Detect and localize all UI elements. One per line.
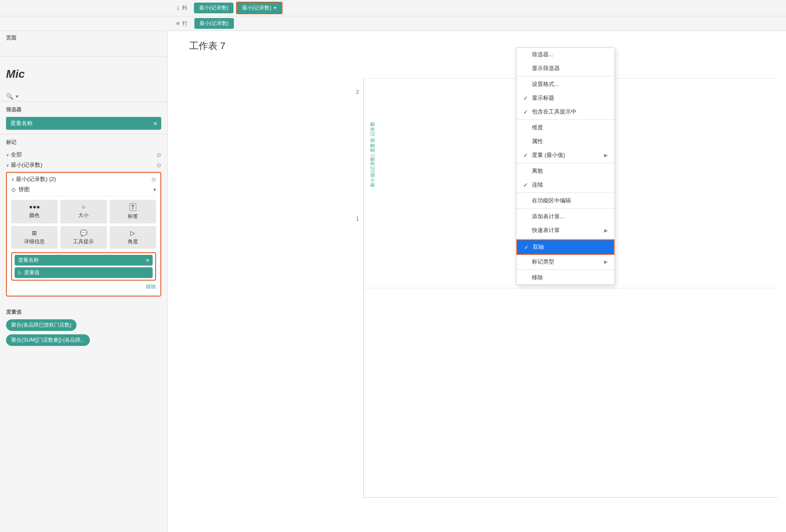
filter-title: 筛选器 (6, 106, 161, 113)
marks-highlighted-header[interactable]: ∧ 最小(记录数) (2) ⊙ (11, 175, 156, 183)
measure-name-pill[interactable]: 度量名称 ≡ (15, 255, 153, 266)
marks-detail-btn[interactable]: ⊞ 详细信息 (11, 226, 58, 249)
dropdown-item-quick-calc[interactable]: 快速表计算 ▶ (516, 223, 614, 237)
dropdown-item-show-filter[interactable]: 显示筛选器 (516, 61, 614, 75)
remove-link[interactable]: 移除 (11, 281, 156, 293)
dropdown-item-include-tooltip[interactable]: ✓ 包含在工具提示中 (516, 105, 614, 119)
pie-dropdown-icon[interactable]: ▾ (154, 187, 156, 193)
search-row: 🔍 ▾ (0, 91, 167, 102)
dropdown-divider-4 (516, 193, 614, 193)
y-axis-2: 2 (356, 89, 359, 95)
chevron-up-icon: ∧ (11, 177, 14, 182)
dropdown-item-format[interactable]: 设置格式... (516, 77, 614, 91)
marks-size-btn[interactable]: ○ 大小 (60, 200, 107, 223)
dropdown-item-show-title[interactable]: ✓ 显示标题 (516, 91, 614, 105)
dropdown-divider-3 (516, 163, 614, 163)
dropdown-item-mark-type[interactable]: 标记类型 ▶ (516, 255, 614, 269)
dropdown-item-filter[interactable]: 筛选器... (516, 48, 614, 61)
dropdown-divider-1 (516, 76, 614, 76)
row-section: ≡ 行 最小(记录数) (176, 18, 234, 29)
play-icon: ▷ (18, 270, 21, 275)
col-text: 列 (182, 4, 187, 12)
marks-angle-btn[interactable]: ▷ 角度 (110, 226, 156, 249)
grid-line-mid (364, 288, 777, 288)
dropdown-divider-7 (516, 269, 614, 270)
check-icon: ✓ (523, 109, 529, 115)
measure-title: 度量值 (6, 309, 161, 316)
check-icon: ✓ (523, 95, 529, 101)
measure-pill-1[interactable]: 聚合(各品牌已授权门店数) (6, 319, 77, 331)
dropdown-item-dual-axis[interactable]: ✓ 双轴 (516, 239, 614, 255)
dropdown-item-edit[interactable]: 在功能区中编辑 (516, 194, 614, 208)
pill-container: 度量名称 ≡ ▷ 度量值 (11, 252, 156, 281)
col-section: ⫶ 列 最小(记录数) 最小(记录数) ▾ (176, 2, 614, 14)
dropdown-item-measure[interactable]: ✓ 度量 (最小值) ▶ (516, 148, 614, 162)
content-area: 工作表 7 2 1 最小值(记录数) 度量值 记录数 筛选器... (168, 31, 786, 532)
mic-text: Mic (6, 67, 25, 81)
dropdown-arrow-icon[interactable]: ▾ (16, 94, 18, 99)
dropdown-divider-6 (516, 238, 614, 238)
dropdown-item-dimension[interactable]: 维度 (516, 121, 614, 135)
arrow-right-icon: ▶ (604, 153, 608, 158)
row-pill[interactable]: 最小(记录数) (194, 18, 234, 29)
check-icon: ✓ (523, 182, 529, 188)
marks-label-btn[interactable]: T 标签 (110, 200, 156, 223)
color-icon: ●●● (29, 203, 40, 210)
sidebar: 页面 Mic 🔍 ▾ 筛选器 度量名称 ≡ 标记 (0, 31, 168, 532)
chevron-down-icon: ∨ (6, 153, 9, 157)
dropdown-divider-2 (516, 119, 614, 120)
detail-icon: ⊞ (32, 229, 37, 236)
row-bar: ≡ 行 最小(记录数) (0, 16, 786, 31)
pie-label: 饼图 (18, 186, 30, 193)
dropdown-arrow-icon: ▾ (274, 5, 276, 11)
marks-grid: ●●● 颜色 ○ 大小 T 标签 ⊞ 详细信息 (11, 200, 156, 249)
col-pill-1[interactable]: 最小(记录数) (194, 3, 233, 13)
dropdown-divider-5 (516, 208, 614, 209)
pie-icon: ⊙ (11, 187, 16, 193)
context-dropdown-menu: 筛选器... 显示筛选器 设置格式... ✓ 显示标题 ✓ 包含在工具 (516, 47, 615, 285)
dropdown-item-add-calc[interactable]: 添加表计算... (516, 210, 614, 223)
worksheet-title: 工作表 7 (168, 31, 786, 57)
arrow-right-icon: ▶ (604, 228, 608, 233)
col-pill-2[interactable]: 最小(记录数) ▾ (236, 2, 282, 14)
page-title: 页面 (6, 34, 161, 42)
marks-all-item[interactable]: ∨ 全部 ⊙ (6, 150, 161, 160)
filter-pill[interactable]: 度量名称 ≡ (6, 117, 161, 130)
row-text: 行 (182, 20, 187, 27)
col-icon: ⫶ (176, 5, 179, 12)
label-icon: T (129, 203, 137, 211)
check-icon: ✓ (524, 244, 530, 251)
tooltip-icon: 💬 (80, 229, 87, 236)
marks-all-left: ∨ 全部 (6, 151, 22, 159)
measure-values-section: 度量值 聚合(各品牌已授权门店数) 聚合(SUM([门店数量])-[各品牌... (0, 304, 167, 354)
arrow-right-icon: ▶ (604, 259, 608, 265)
measure-value-pill[interactable]: ▷ 度量值 (15, 267, 153, 278)
chevron-down-icon: ∨ (6, 163, 9, 168)
filters-section: 筛选器 度量名称 ≡ (0, 102, 167, 135)
mic-area: Mic (0, 57, 167, 91)
page-section: 页面 (0, 31, 167, 57)
marks-tooltip-btn[interactable]: 💬 工具提示 (60, 226, 107, 249)
marks-highlighted: ∧ 最小(记录数) (2) ⊙ ⊙ 饼图 ▾ (6, 172, 161, 297)
filter-eq-icon: ≡ (154, 120, 157, 127)
marks-item1[interactable]: ∨ 最小(记录数) ⊙ (6, 160, 161, 170)
col-row-bar: ⫶ 列 最小(记录数) 最小(记录数) ▾ (0, 0, 786, 16)
dropdown-item-continuous[interactable]: ✓ 连续 (516, 178, 614, 192)
clock-icon: ⊙ (157, 162, 161, 168)
dropdown-item-discrete[interactable]: 离散 (516, 164, 614, 178)
marks-color-btn[interactable]: ●●● 颜色 (11, 200, 58, 223)
size-icon: ○ (82, 203, 85, 210)
clock-icon: ⊙ (157, 152, 161, 158)
marks-title: 标记 (6, 139, 161, 146)
pie-row: ⊙ 饼图 ▾ (11, 183, 156, 196)
clock-icon: ⊙ (151, 176, 156, 183)
angle-icon: ▷ (130, 229, 135, 236)
row-icon: ≡ (176, 20, 180, 27)
y-axis-1: 1 (356, 216, 359, 222)
check-icon: ✓ (523, 152, 529, 159)
marks-section: 标记 ∨ 全部 ⊙ ∨ 最小(记录数) ⊙ (0, 135, 167, 303)
measure-pill-2[interactable]: 聚合(SUM([门店数量])-[各品牌... (6, 334, 90, 346)
dropdown-item-attribute[interactable]: 属性 (516, 135, 614, 148)
search-icon[interactable]: 🔍 (6, 93, 13, 100)
dropdown-item-remove[interactable]: 移除 (516, 271, 614, 284)
